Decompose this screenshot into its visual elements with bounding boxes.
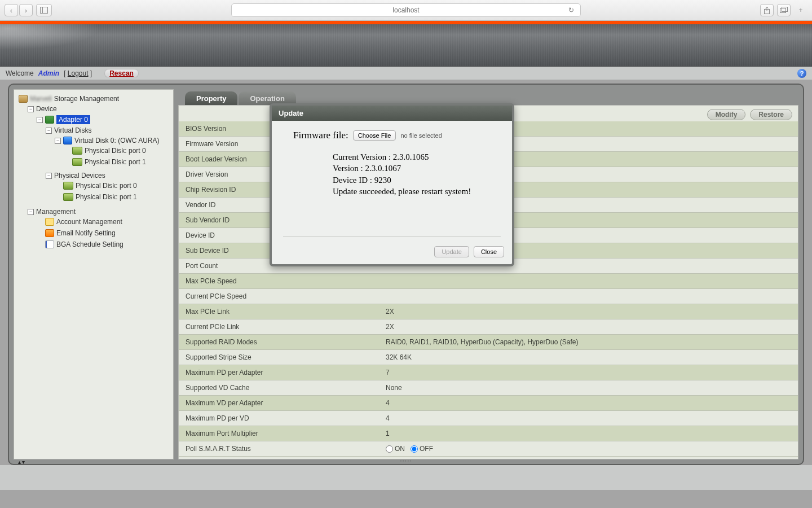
tree-account-mgmt[interactable]: Account Management	[36, 217, 171, 226]
virtual-disk-icon	[63, 137, 72, 144]
table-row: Maximum Port Multiplier1	[179, 426, 798, 441]
nav-back-button[interactable]: ‹	[5, 4, 18, 16]
smart-on-option[interactable]: ON	[386, 445, 405, 453]
tree-bga-schedule[interactable]: BGA Schedule Setting	[36, 240, 171, 249]
table-row: Maximum PD per Adapter7	[179, 365, 798, 380]
table-row: Supported Stripe Size32K 64K	[179, 350, 798, 365]
smart-off-option[interactable]: OFF	[411, 445, 433, 453]
current-version-text: Current Version : 2.3.0.1065	[333, 151, 501, 163]
mail-icon	[45, 229, 54, 237]
tree-root[interactable]: Marvell Storage Management	[17, 94, 171, 103]
update-status-text: Update succeeded, please restart system!	[333, 186, 501, 197]
property-value: 7	[379, 365, 798, 380]
property-value: 2X	[379, 304, 798, 319]
welcome-bar: Welcome Admin [ Logout ] Rescan ?	[0, 67, 812, 80]
property-label: Maximum PD per Adapter	[179, 365, 379, 380]
tree-pd1[interactable]: Physical Disk: port 1	[54, 192, 171, 202]
tab-property[interactable]: Property	[185, 91, 237, 105]
property-value: 4	[379, 396, 798, 411]
property-label: Poll S.M.A.R.T Status	[179, 441, 379, 457]
choose-file-button[interactable]: Choose File	[353, 130, 396, 141]
property-label: Current PCIe Speed	[179, 289, 379, 304]
tree-vd0-pd1[interactable]: Physical Disk: port 1	[63, 157, 171, 167]
property-value	[379, 274, 798, 289]
adapter-icon	[45, 116, 54, 124]
table-row: Current PCIe Link2X	[179, 319, 798, 335]
address-bar[interactable]: localhost ↻	[231, 3, 581, 17]
property-label: Supported VD Cache	[179, 380, 379, 396]
frame-grip-icon[interactable]: ·····	[400, 457, 412, 465]
table-row: Poll S.M.A.R.T StatusONOFF	[179, 441, 798, 457]
help-icon[interactable]: ?	[797, 69, 806, 78]
table-row: Supported VD CacheNone	[179, 380, 798, 396]
svg-rect-4	[780, 8, 786, 13]
disk-icon	[63, 182, 73, 190]
update-dialog: Update Firmware file: Choose File no fil…	[270, 103, 514, 266]
nav-tree: Marvell Storage Management − Device −	[14, 89, 174, 459]
property-label: Maximum PD per VD	[179, 411, 379, 426]
disk-icon	[72, 147, 82, 155]
property-value	[379, 289, 798, 304]
property-value: 1	[379, 426, 798, 441]
tabs-icon	[780, 7, 788, 14]
tree-device[interactable]: − Device	[27, 104, 171, 113]
disk-icon	[72, 158, 82, 166]
reload-icon[interactable]: ↻	[566, 5, 576, 15]
address-url: localhost	[392, 6, 419, 14]
collapse-icon[interactable]: −	[55, 138, 61, 144]
property-value: None	[379, 380, 798, 396]
dialog-update-button[interactable]: Update	[434, 246, 469, 257]
collapse-icon[interactable]: −	[28, 209, 34, 215]
collapse-icon[interactable]: −	[46, 128, 52, 134]
tree-physical-devices[interactable]: − Physical Devices	[45, 171, 171, 180]
tree-email-notify[interactable]: Email Notify Setting	[36, 229, 171, 238]
property-value: 32K 64K	[379, 350, 798, 365]
device-id-text: Device ID : 9230	[333, 174, 501, 186]
tree-adapter-0[interactable]: − Adapter 0	[36, 115, 171, 125]
account-icon	[45, 218, 54, 226]
tree-pd0[interactable]: Physical Disk: port 0	[54, 181, 171, 190]
property-label: Current PCIe Link	[179, 319, 379, 335]
collapse-icon[interactable]: −	[46, 173, 52, 179]
browser-toolbar: ‹ › localhost ↻ +	[0, 0, 812, 21]
disk-icon	[63, 193, 73, 201]
table-row: Supported RAID ModesRAID0, RAID1, RAID10…	[179, 335, 798, 350]
file-status-text: no file selected	[400, 132, 442, 139]
collapse-icon[interactable]: −	[37, 117, 43, 123]
sidebar-icon	[40, 7, 48, 14]
modify-button[interactable]: Modify	[707, 109, 746, 120]
host-icon	[19, 95, 28, 103]
tree-vd0-pd0[interactable]: Physical Disk: port 0	[63, 146, 171, 155]
property-value: ONOFF	[379, 441, 798, 457]
tree-virtual-disks[interactable]: − Virtual Disks	[45, 126, 171, 135]
table-row: Maximum VD per Adapter4	[179, 396, 798, 411]
sidebar-toggle-button[interactable]	[36, 4, 52, 16]
property-value: 2X	[379, 319, 798, 335]
property-value: RAID0, RAID1, RAID10, HyperDuo (Capacity…	[379, 335, 798, 350]
property-label: Supported RAID Modes	[179, 335, 379, 350]
smart-on-radio[interactable]	[386, 445, 393, 453]
current-user: Admin	[38, 69, 59, 77]
nav-forward-button[interactable]: ›	[19, 4, 33, 16]
panel-resize-handle[interactable]: ▴▾	[18, 459, 25, 465]
svg-rect-5	[782, 7, 788, 12]
property-value: 4	[379, 411, 798, 426]
logout-link[interactable]: Logout	[68, 69, 89, 77]
app-footer	[0, 465, 812, 490]
dialog-close-button[interactable]: Close	[474, 246, 504, 257]
tree-vd0[interactable]: − Virtual Disk 0: (OWC AURA)	[54, 136, 171, 145]
tabs-button[interactable]	[777, 4, 791, 16]
collapse-icon[interactable]: −	[28, 106, 34, 112]
property-label: Max PCIe Speed	[179, 274, 379, 289]
rescan-button[interactable]: Rescan	[104, 69, 139, 78]
property-label: Maximum VD per Adapter	[179, 396, 379, 411]
smart-off-radio[interactable]	[411, 445, 418, 453]
welcome-prefix: Welcome	[6, 69, 34, 77]
tree-management[interactable]: − Management	[27, 207, 171, 216]
new-version-text: Version : 2.3.0.1067	[333, 163, 501, 174]
app-banner	[0, 24, 812, 67]
restore-button[interactable]: Restore	[750, 109, 792, 120]
share-button[interactable]	[760, 4, 774, 16]
new-tab-button[interactable]: +	[794, 4, 807, 16]
property-label: Max PCIe Link	[179, 304, 379, 319]
